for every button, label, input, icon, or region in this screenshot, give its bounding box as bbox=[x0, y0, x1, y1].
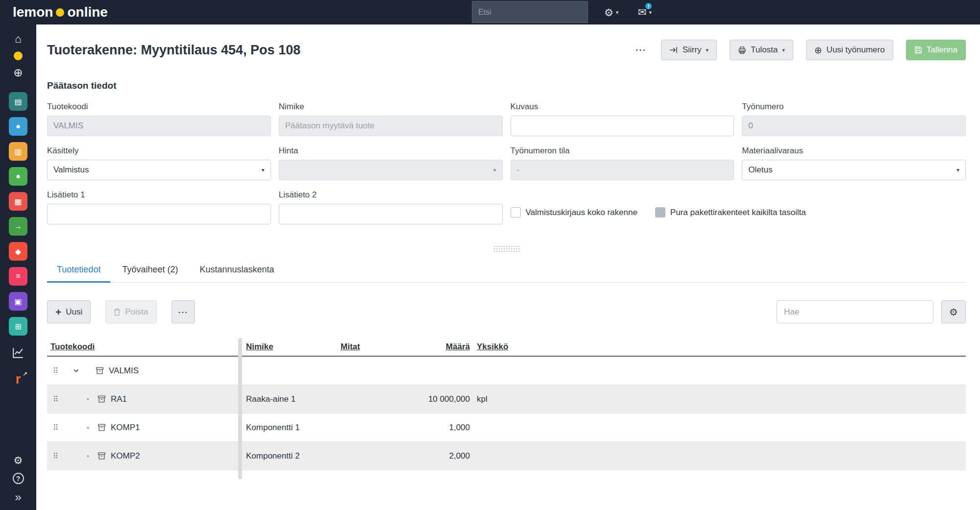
app-tile-4[interactable]: ● bbox=[9, 167, 27, 186]
app-tile-1[interactable]: ▤ bbox=[9, 92, 27, 111]
package-icon bbox=[98, 395, 106, 403]
app-tile-5[interactable]: ▦ bbox=[9, 192, 27, 211]
uusi-button[interactable]: + Uusi bbox=[47, 300, 91, 323]
pura-pakettirakenteet-checkbox bbox=[655, 207, 665, 218]
valmistuskirjaus-checkbox-label: Valmistuskirjaus koko rakenne bbox=[526, 208, 637, 218]
printer-icon bbox=[738, 46, 746, 54]
drag-handle-icon[interactable]: ⠿ bbox=[53, 395, 61, 404]
expand-sidebar-icon[interactable]: » bbox=[15, 491, 21, 503]
tab-tuotetiedot[interactable]: Tuotetiedot bbox=[47, 260, 110, 283]
tyonumero-field[interactable] bbox=[742, 116, 966, 136]
logo-lemon-text: lemon bbox=[13, 4, 53, 20]
table-row[interactable]: ⠿ • KOMP1 Komponentti 1 1,000 bbox=[47, 413, 966, 442]
logo-online-text: online bbox=[67, 4, 107, 20]
tulosta-button[interactable]: Tulosta ▾ bbox=[730, 40, 793, 60]
app-tile-2-icon: ● bbox=[16, 122, 21, 131]
chevron-down-icon[interactable] bbox=[73, 367, 80, 374]
lisatieto2-field[interactable] bbox=[279, 204, 503, 224]
tyonumeron-tila-label: Työnumeron tila bbox=[511, 146, 735, 156]
lemon-icon[interactable] bbox=[14, 51, 23, 60]
materiaalivaraus-select[interactable]: Oletus ▾ bbox=[742, 160, 966, 180]
app-tile-8[interactable]: ≡ bbox=[9, 267, 27, 286]
package-icon bbox=[98, 423, 106, 432]
nimike-field[interactable] bbox=[279, 116, 503, 136]
plus-icon: + bbox=[55, 306, 61, 318]
kasittely-select[interactable]: Valmistus ▾ bbox=[47, 160, 271, 180]
app-tile-10[interactable]: ⊞ bbox=[9, 317, 27, 336]
valmistuskirjaus-checkbox[interactable] bbox=[511, 207, 521, 218]
product-structure-table: Tuotekoodi Nimike Mitat Määrä Yksikkö ⠿ … bbox=[47, 338, 966, 470]
lisatieto2-label: Lisätieto 2 bbox=[279, 190, 503, 200]
tab-tyovaiheet[interactable]: Työvaiheet (2) bbox=[112, 260, 188, 283]
help-icon[interactable]: ? bbox=[13, 473, 24, 484]
settings-menu-button[interactable]: ⚙ ▾ bbox=[604, 0, 618, 24]
tabbar: Tuotetiedot Työvaiheet (2) Kustannuslask… bbox=[47, 260, 966, 283]
kasittely-label: Käsittely bbox=[47, 146, 271, 156]
column-scrollbar[interactable] bbox=[238, 338, 242, 479]
app-logo[interactable]: lemon online bbox=[13, 0, 108, 24]
app-tile-7[interactable]: ◆ bbox=[9, 242, 27, 261]
hinta-label: Hinta bbox=[279, 146, 503, 156]
global-search-input[interactable] bbox=[472, 1, 588, 23]
table-search-input[interactable] bbox=[777, 300, 933, 323]
app-tile-5-icon: ▦ bbox=[14, 197, 22, 206]
header-nimike[interactable]: Nimike bbox=[246, 342, 341, 352]
table-header-row: Tuotekoodi Nimike Mitat Määrä Yksikkö bbox=[47, 338, 966, 357]
global-search bbox=[472, 1, 588, 23]
chevron-down-icon: ▾ bbox=[262, 167, 265, 173]
tuotekoodi-field[interactable] bbox=[47, 116, 271, 136]
poista-button: Poista bbox=[105, 300, 156, 323]
app-tile-6-icon: → bbox=[14, 222, 22, 231]
bullet-icon: • bbox=[87, 452, 89, 460]
app-tile-9-icon: ▣ bbox=[14, 297, 22, 306]
drag-handle-icon[interactable]: ⠿ bbox=[53, 423, 61, 432]
header-tuotekoodi[interactable]: Tuotekoodi bbox=[47, 342, 246, 352]
save-icon bbox=[914, 46, 922, 54]
add-circle-icon[interactable]: ⊕ bbox=[13, 67, 23, 78]
app-tile-2[interactable]: ● bbox=[9, 117, 27, 136]
table-toolbar: + Uusi Poista ⋯ ⚙ bbox=[47, 300, 966, 323]
header-mitat[interactable]: Mitat bbox=[341, 342, 409, 352]
tallenna-button[interactable]: Tallenna bbox=[906, 40, 966, 60]
chevron-down-icon: ▾ bbox=[493, 167, 496, 173]
uusi-tyonumero-button[interactable]: ⊕ Uusi työnumero bbox=[806, 40, 893, 60]
kuvaus-field[interactable] bbox=[511, 116, 735, 136]
messages-menu-button[interactable]: ✉ ! ▾ bbox=[638, 0, 652, 24]
table-row[interactable]: ⠿ • KOMP2 Komponentti 2 2,000 bbox=[47, 442, 966, 470]
app-tile-7-icon: ◆ bbox=[15, 247, 21, 256]
r-app-logo[interactable]: r ↗ bbox=[16, 373, 21, 386]
home-icon[interactable]: ⌂ bbox=[15, 33, 22, 45]
hinta-select[interactable]: ▾ bbox=[279, 160, 503, 180]
table-row[interactable]: ⠿ VALMIS bbox=[47, 357, 966, 385]
table-row[interactable]: ⠿ • RA1 Raaka-aine 1 10 000,000 kpl bbox=[47, 385, 966, 413]
header-yksikko[interactable]: Yksikkö bbox=[470, 342, 966, 352]
app-tile-9[interactable]: ▣ bbox=[9, 292, 27, 311]
go-to-icon bbox=[669, 46, 678, 54]
drag-handle-icon[interactable]: ⠿ bbox=[53, 366, 61, 375]
bullet-icon: • bbox=[87, 424, 89, 432]
reports-chart-icon[interactable] bbox=[12, 346, 24, 361]
tyonumero-label: Työnumero bbox=[742, 102, 966, 112]
pura-pakettirakenteet-checkbox-label: Pura pakettirakenteet kaikilta tasoilta bbox=[670, 208, 806, 218]
table-settings-button[interactable]: ⚙ bbox=[941, 300, 966, 323]
panel-resize-handle[interactable] bbox=[492, 246, 521, 252]
header-form: Tuotekoodi Nimike Kuvaus Työnumero Käsit… bbox=[47, 92, 966, 224]
materiaalivaraus-label: Materiaalivaraus bbox=[742, 146, 966, 156]
row-code: KOMP1 bbox=[111, 423, 140, 433]
row-code: KOMP2 bbox=[111, 451, 140, 461]
settings-gear-icon[interactable]: ⚙ bbox=[14, 455, 23, 465]
main-content: Tuoterakenne: Myyntitilaus 454, Pos 108 … bbox=[36, 24, 980, 510]
header-maara[interactable]: Määrä bbox=[409, 342, 470, 352]
more-actions-button[interactable]: ⋯ bbox=[633, 44, 648, 56]
chevron-down-icon: ▾ bbox=[706, 47, 709, 53]
gear-icon: ⚙ bbox=[949, 306, 958, 318]
bullet-icon: • bbox=[87, 395, 89, 403]
row-more-actions-button[interactable]: ⋯ bbox=[172, 300, 195, 323]
app-tile-6[interactable]: → bbox=[9, 217, 27, 236]
siirry-button[interactable]: Siirry ▾ bbox=[661, 40, 717, 60]
drag-handle-icon[interactable]: ⠿ bbox=[53, 452, 61, 461]
lisatieto1-field[interactable] bbox=[47, 204, 271, 224]
tab-kustannuslaskenta[interactable]: Kustannuslaskenta bbox=[190, 260, 284, 283]
section-title: Päätason tiedot bbox=[47, 80, 966, 91]
app-tile-3[interactable]: ▥ bbox=[9, 142, 27, 161]
